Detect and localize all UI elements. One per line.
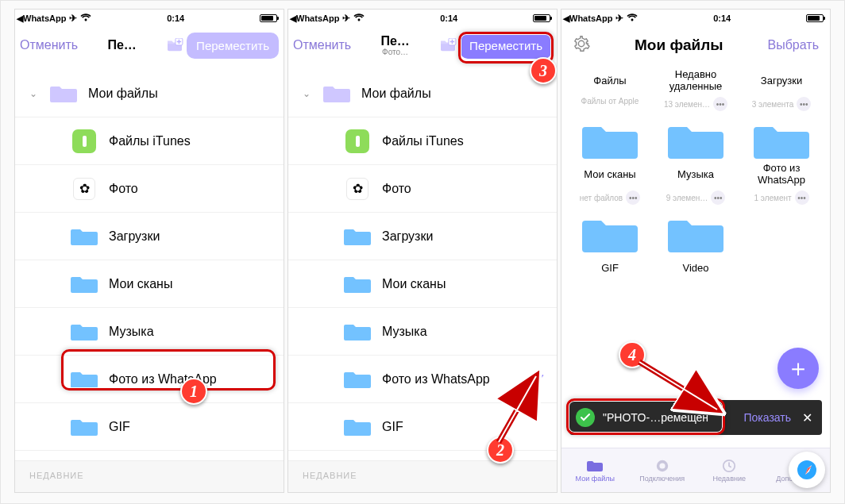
folder-row-downloads[interactable]: Загрузки	[288, 213, 557, 260]
more-icon[interactable]: •••	[713, 97, 727, 111]
grid-card-files[interactable]: Файлы Файлы от Apple	[569, 65, 650, 111]
move-button[interactable]: Переместить	[460, 33, 552, 59]
move-button[interactable]: Переместить	[187, 33, 279, 59]
toolbar: Мои файлы Выбрать	[561, 25, 830, 65]
folder-row-music[interactable]: Музыка	[288, 308, 557, 356]
folder-tree: ⌄ Мои файлы Файлы iTunes ✿ Фото Загрузки…	[15, 65, 284, 460]
screen-1: ◀WhatsApp ✈ 0:14 Отменить Пе… Переместит…	[14, 9, 284, 493]
toast-show-button[interactable]: Показать	[743, 411, 791, 424]
root-folder-row[interactable]: ⌄ Мои файлы	[15, 70, 284, 117]
cancel-button[interactable]: Отменить	[20, 38, 78, 52]
back-to-app[interactable]: ◀WhatsApp	[290, 13, 339, 24]
battery-icon	[533, 14, 550, 22]
toast: "PHOTO-…ремещен Показать ✕	[569, 400, 822, 435]
grid-card-whatsapp-photo[interactable]: Фото из WhatsApp 1 элемент•••	[741, 116, 822, 205]
status-time: 0:14	[167, 13, 184, 23]
clock-icon	[721, 459, 737, 473]
grid-card-downloads[interactable]: Загрузки 3 элемента•••	[741, 65, 822, 111]
battery-icon	[260, 14, 277, 22]
check-icon: ✓	[534, 371, 546, 388]
more-icon[interactable]: •••	[795, 190, 809, 205]
folder-row-itunes[interactable]: Файлы iTunes	[288, 117, 557, 165]
chevron-down-icon: ⌄	[303, 88, 312, 99]
new-folder-icon[interactable]	[439, 38, 457, 52]
airplane-icon: ✈	[615, 13, 623, 24]
grid-card-gif[interactable]: GIF	[569, 210, 650, 281]
status-bar: ◀WhatsApp ✈ 0:14	[15, 10, 284, 25]
itunes-icon	[345, 129, 369, 153]
itunes-icon	[72, 129, 96, 153]
folder-row-downloads[interactable]: Загрузки	[15, 213, 284, 260]
folder-row-gif[interactable]: GIF	[15, 403, 284, 451]
new-folder-icon[interactable]	[166, 38, 183, 52]
tab-recent[interactable]: Недавние	[696, 448, 763, 492]
svg-point-8	[797, 460, 816, 479]
toast-message: "PHOTO-…ремещен	[603, 411, 735, 424]
airplane-icon: ✈	[69, 13, 77, 24]
tab-connections[interactable]: Подключения	[629, 448, 696, 492]
battery-icon	[806, 14, 824, 22]
more-icon[interactable]: •••	[711, 190, 725, 205]
more-icon[interactable]: •••	[797, 97, 811, 111]
browser-button[interactable]	[789, 452, 825, 488]
tab-my-files[interactable]: Мои файлы	[561, 448, 629, 492]
toolbar: Отменить Пе… Переместить	[15, 25, 284, 65]
airplane-icon: ✈	[342, 13, 350, 24]
folder-row-itunes[interactable]: Файлы iTunes	[15, 117, 284, 165]
folder-grid: Файлы Файлы от Apple Недавно удаленные 1…	[561, 65, 830, 281]
select-button[interactable]: Выбрать	[768, 38, 819, 52]
wifi-icon	[627, 13, 638, 24]
svg-point-5	[659, 463, 665, 468]
grid-card-scans[interactable]: Мои сканы нет файлов•••	[569, 116, 650, 205]
add-button[interactable]: ＋	[777, 348, 819, 389]
grid-card-recently-deleted[interactable]: Недавно удаленные 13 элемен…•••	[655, 65, 736, 111]
recent-section-header: НЕДАВНИЕ	[288, 460, 557, 492]
folder-row-photo[interactable]: ✿ Фото	[15, 165, 284, 213]
more-icon[interactable]: •••	[626, 190, 640, 205]
folder-tree: ⌄ Мои файлы Файлы iTunes ✿ Фото Загрузки…	[288, 65, 557, 460]
toolbar: Отменить Пе… Фото… Переместить	[288, 25, 557, 65]
grid-card-video[interactable]: Video	[655, 210, 736, 281]
title: Пе… Фото…	[354, 34, 436, 57]
toast-close-button[interactable]: ✕	[799, 410, 816, 425]
root-folder-row[interactable]: ⌄ Мои файлы	[288, 70, 557, 117]
title: Пе…	[81, 38, 163, 52]
back-to-app[interactable]: ◀WhatsApp	[563, 13, 612, 24]
recent-section-header: НЕДАВНИЕ	[15, 460, 284, 492]
success-icon	[576, 408, 595, 427]
folder-row-whatsapp-photo[interactable]: Фото из WhatsApp	[15, 356, 284, 403]
tab-bar: Мои файлы Подключения Недавние Дополнени…	[561, 448, 830, 492]
folder-row-scans[interactable]: Мои сканы	[15, 260, 284, 308]
folder-row-gif[interactable]: GIF	[288, 403, 557, 451]
photos-icon: ✿	[346, 178, 368, 200]
screen-3: ◀WhatsApp ✈ 0:14 Мои файлы Выбрать Файлы…	[561, 9, 831, 493]
wifi-icon	[654, 459, 670, 473]
folder-icon	[587, 459, 603, 473]
folder-row-music[interactable]: Музыка	[15, 308, 284, 356]
screen-2: ◀WhatsApp ✈ 0:14 Отменить Пе… Фото… Пере…	[287, 9, 558, 493]
plus-icon: ＋	[786, 352, 810, 385]
status-time: 0:14	[713, 13, 731, 23]
gear-icon	[573, 35, 590, 52]
folder-row-photo[interactable]: ✿ Фото	[288, 165, 557, 213]
chevron-down-icon: ⌄	[29, 88, 39, 99]
back-to-app[interactable]: ◀WhatsApp	[17, 13, 66, 24]
folder-row-scans[interactable]: Мои сканы	[288, 260, 557, 308]
cancel-button[interactable]: Отменить	[293, 38, 351, 52]
status-bar: ◀WhatsApp ✈ 0:14	[561, 10, 830, 25]
wifi-icon	[80, 13, 91, 24]
folder-row-whatsapp-photo[interactable]: Фото из WhatsApp ✓	[288, 356, 557, 403]
photos-icon: ✿	[73, 178, 95, 200]
settings-button[interactable]	[573, 35, 590, 56]
status-bar: ◀WhatsApp ✈ 0:14	[288, 10, 557, 25]
page-title: Мои файлы	[635, 37, 723, 54]
compass-icon	[796, 459, 818, 481]
wifi-icon	[353, 13, 365, 24]
grid-card-music[interactable]: Музыка 9 элемен…•••	[655, 116, 736, 205]
status-time: 0:14	[440, 13, 457, 23]
